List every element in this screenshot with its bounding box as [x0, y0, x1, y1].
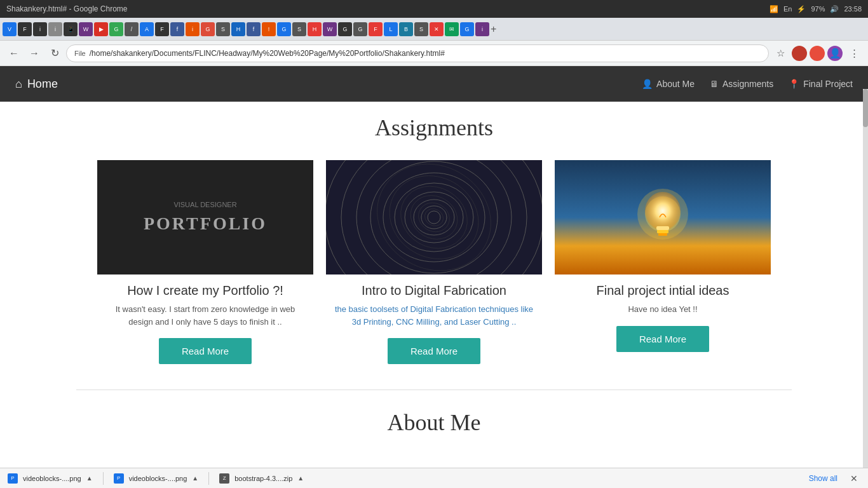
forward-button[interactable]: →	[25, 44, 43, 62]
assignments-section: Assignments VISUAL DESIGNER PORTFOLIO Ho…	[0, 102, 868, 445]
menu-button[interactable]: ⋮	[845, 44, 863, 62]
ext-icon-3[interactable]: i	[33, 22, 47, 36]
address-bar[interactable]: File /home/shakankery/Documents/FLINC/He…	[66, 44, 769, 62]
ext-icon-21[interactable]: H	[308, 22, 322, 36]
bookmark-button[interactable]: ☆	[771, 44, 789, 62]
ext-icon-20[interactable]: S	[292, 22, 306, 36]
card-final-read-more[interactable]: Read More	[616, 326, 709, 352]
browser-title: Shakankery.html# - Google Chrome	[6, 4, 128, 13]
svg-rect-22	[657, 230, 668, 233]
card-portfolio-desc: It wasn't easy. I start from zero knowle…	[97, 303, 313, 328]
ext-icon-5[interactable]: 📱	[64, 22, 78, 36]
browser-toolbar: ← → ↻ File /home/shakankery/Documents/FL…	[0, 41, 868, 66]
volume-icon: 🔊	[830, 5, 839, 13]
ext-icon-11[interactable]: F	[155, 22, 169, 36]
navbar: ⌂ Home 👤 About Me 🖥 Assignments 📍 Final …	[0, 66, 868, 102]
ext-icon-14[interactable]: G	[201, 22, 215, 36]
card-fabrication-desc: the basic toolsets of Digital Fabricatio…	[326, 303, 542, 328]
ext-icon-16[interactable]: H	[231, 22, 245, 36]
home-icon: ⌂	[15, 78, 22, 91]
card-fabrication-title: Intro to Digital Fabrication	[326, 283, 542, 298]
ext-icon-15[interactable]: S	[216, 22, 230, 36]
section-divider	[76, 390, 792, 390]
page-content: ⌂ Home 👤 About Me 🖥 Assignments 📍 Final …	[0, 66, 868, 445]
scrollbar[interactable]	[863, 89, 868, 445]
card-fabrication-image	[326, 160, 542, 274]
address-url: /home/shakankery/Documents/FLINC/Headway…	[90, 49, 445, 58]
ext-icon-18[interactable]: !	[262, 22, 276, 36]
cards-container: VISUAL DESIGNER PORTFOLIO How I create m…	[38, 160, 830, 364]
language-indicator: En	[783, 5, 792, 13]
ext-icon-13[interactable]: i	[186, 22, 200, 36]
ext-icon-8[interactable]: G	[109, 22, 123, 36]
nav-assignments[interactable]: 🖥 Assignments	[710, 79, 773, 89]
ext-icon-6[interactable]: W	[79, 22, 93, 36]
clock: 23:58	[844, 5, 862, 13]
card-final: Final project intial ideas Have no idea …	[555, 160, 771, 364]
bluetooth-icon: ⚡	[797, 5, 806, 13]
reload-button[interactable]: ↻	[46, 44, 64, 62]
card-fabrication-read-more[interactable]: Read More	[388, 338, 480, 364]
ext-icon-31[interactable]: G	[460, 22, 474, 36]
about-me-title: About Me	[38, 403, 830, 445]
svg-rect-0	[326, 160, 542, 274]
wifi-icon: 📶	[770, 5, 778, 13]
ext-icon-10[interactable]: A	[140, 22, 154, 36]
profile-circle-1[interactable]	[792, 46, 807, 61]
new-tab-button[interactable]: +	[491, 24, 496, 35]
ext-icon-4[interactable]: i	[48, 22, 62, 36]
ext-icon-29[interactable]: ✕	[430, 22, 444, 36]
ext-icon-26[interactable]: L	[384, 22, 398, 36]
assignments-label: Assignments	[722, 79, 773, 89]
navbar-brand[interactable]: ⌂ Home	[15, 78, 58, 91]
scroll-thumb[interactable]	[863, 89, 868, 127]
ext-icon-1[interactable]: V	[3, 22, 17, 36]
card-portfolio-image: VISUAL DESIGNER PORTFOLIO	[97, 160, 313, 274]
final-project-icon: 📍	[789, 79, 799, 89]
portfolio-img-text: PORTFOLIO	[144, 214, 267, 234]
ext-icon-19[interactable]: G	[277, 22, 291, 36]
ext-icon-23[interactable]: G	[338, 22, 352, 36]
svg-rect-21	[656, 226, 669, 230]
ext-icon-22[interactable]: W	[323, 22, 337, 36]
browser-system-icons: 📶 En ⚡ 97% 🔊 23:58	[770, 5, 862, 13]
card-portfolio: VISUAL DESIGNER PORTFOLIO How I create m…	[97, 160, 313, 364]
final-project-label: Final Project	[803, 79, 853, 89]
card-portfolio-read-more[interactable]: Read More	[159, 338, 252, 364]
card-final-title: Final project intial ideas	[555, 283, 771, 298]
ext-icon-7[interactable]: ▶	[94, 22, 108, 36]
ext-icon-2[interactable]: F	[18, 22, 32, 36]
profile-avatar[interactable]: 👤	[827, 46, 843, 61]
browser-titlebar: Shakankery.html# - Google Chrome 📶 En ⚡ …	[0, 0, 868, 18]
ext-icon-9[interactable]: /	[125, 22, 139, 36]
assignments-icon: 🖥	[710, 79, 719, 89]
svg-rect-23	[658, 233, 667, 236]
ext-icon-30[interactable]: ✉	[445, 22, 459, 36]
profile-circle-2[interactable]	[810, 46, 825, 61]
ext-icon-25[interactable]: F	[369, 22, 383, 36]
card-final-desc: Have no idea Yet !!	[555, 303, 771, 316]
ext-icon-17[interactable]: f	[247, 22, 261, 36]
ext-icon-28[interactable]: S	[414, 22, 428, 36]
about-me-label: About Me	[656, 79, 695, 89]
ext-icon-24[interactable]: G	[353, 22, 367, 36]
battery-level: 97%	[811, 5, 825, 13]
navbar-nav: 👤 About Me 🖥 Assignments 📍 Final Project	[642, 79, 853, 89]
card-final-image	[555, 160, 771, 274]
back-button[interactable]: ←	[5, 44, 23, 62]
toolbar-icons: ☆ 👤 ⋮	[771, 44, 863, 62]
about-me-icon: 👤	[642, 79, 653, 89]
ext-icon-27[interactable]: B	[399, 22, 413, 36]
nav-about-me[interactable]: 👤 About Me	[642, 79, 695, 89]
assignments-title: Assignments	[38, 114, 830, 141]
nav-final-project[interactable]: 📍 Final Project	[789, 79, 853, 89]
brand-label: Home	[27, 78, 58, 91]
card-portfolio-title: How I create my Portfolio ?!	[97, 283, 313, 298]
card-fabrication: Intro to Digital Fabrication the basic t…	[326, 160, 542, 364]
portfolio-img-sub: VISUAL DESIGNER	[144, 201, 267, 208]
ext-icon-12[interactable]: f	[170, 22, 184, 36]
svg-point-20	[645, 192, 681, 230]
extension-bar: V F i i 📱 W ▶ G / A F f i G S H f ! G S …	[0, 18, 868, 41]
ext-icon-32[interactable]: i	[475, 22, 489, 36]
address-protocol: File	[74, 50, 86, 57]
